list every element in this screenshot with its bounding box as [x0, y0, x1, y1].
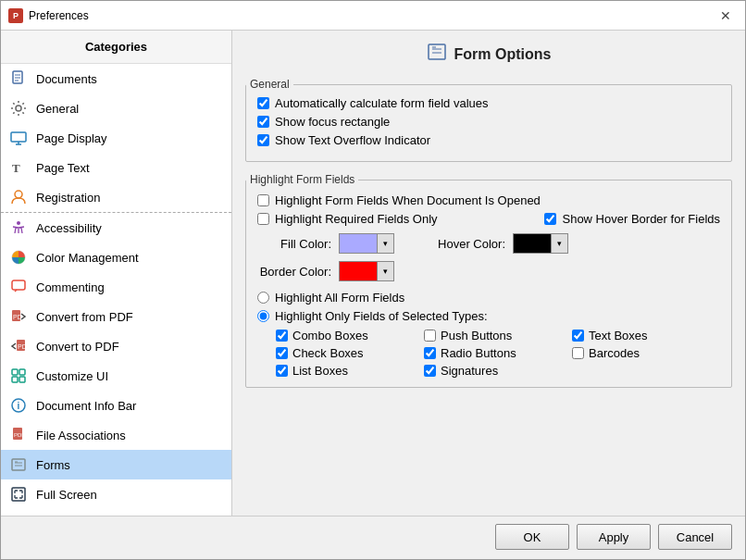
auto-calc-label[interactable]: Automatically calculate form field value…: [275, 96, 489, 110]
sidebar-label-accessibility: Accessibility: [36, 221, 102, 235]
svg-point-10: [17, 221, 20, 225]
title-bar: P Preferences ✕: [1, 1, 745, 31]
push-buttons-item: Push Buttons: [424, 329, 572, 342]
border-color-button[interactable]: ▾: [339, 261, 394, 281]
svg-rect-5: [11, 132, 26, 142]
sidebar-item-page-display[interactable]: Page Display: [1, 123, 231, 153]
sidebar-item-full-screen[interactable]: Full Screen: [1, 479, 231, 509]
radio-buttons-label[interactable]: Radio Buttons: [441, 346, 516, 360]
svg-rect-33: [429, 44, 445, 59]
sidebar-item-convert-to-pdf[interactable]: PDF Convert to PDF: [1, 331, 231, 361]
hover-border-row: Show Hover Border for Fields: [544, 212, 720, 226]
title-bar-text: Preferences: [29, 9, 714, 22]
required-only-label[interactable]: Highlight Required Fields Only: [275, 212, 438, 226]
sidebar-item-identity[interactable]: Identity: [1, 509, 231, 516]
sidebar-item-document-info-bar[interactable]: i Document Info Bar: [1, 391, 231, 420]
highlight-all-label[interactable]: Highlight All Form Fields: [275, 291, 404, 305]
sidebar-label-documents: Documents: [36, 72, 97, 86]
push-buttons-label[interactable]: Push Buttons: [441, 329, 512, 342]
panel-header: Form Options: [245, 42, 732, 67]
sidebar-label-convert-to: Convert to PDF: [36, 340, 119, 354]
barcodes-checkbox[interactable]: [572, 347, 584, 359]
list-boxes-label[interactable]: List Boxes: [292, 364, 348, 378]
sidebar-label-file-associations: File Associations: [36, 429, 126, 442]
hover-border-label[interactable]: Show Hover Border for Fields: [562, 212, 720, 226]
identity-icon: [8, 514, 29, 516]
check-boxes-checkbox[interactable]: [276, 347, 288, 359]
required-only-row: Highlight Required Fields Only: [257, 212, 438, 226]
customize-icon: [8, 366, 29, 386]
display-icon: [8, 128, 29, 148]
sidebar-item-registration[interactable]: Registration: [1, 182, 231, 213]
sidebar-item-documents[interactable]: Documents: [1, 64, 231, 93]
sidebar-label-document-info-bar: Document Info Bar: [36, 399, 136, 413]
svg-point-4: [16, 106, 21, 111]
border-color-label: Border Color:: [257, 265, 331, 279]
border-color-arrow[interactable]: ▾: [377, 262, 393, 280]
sidebar-item-convert-from-pdf[interactable]: PDF Convert from PDF: [1, 302, 231, 331]
focus-rect-checkbox[interactable]: [257, 116, 269, 128]
sidebar-item-color-management[interactable]: Color Management: [1, 243, 231, 272]
forms-icon: [8, 454, 29, 475]
sidebar-item-page-text[interactable]: T Page Text: [1, 153, 231, 182]
sidebar-label-page-text: Page Text: [36, 161, 90, 175]
main-content: Categories Documents General: [1, 31, 745, 516]
fill-color-group: Fill Color: ▾: [257, 233, 394, 254]
combo-boxes-label[interactable]: Combo Boxes: [292, 329, 368, 342]
apply-button[interactable]: Apply: [577, 524, 651, 550]
text-overflow-checkbox[interactable]: [257, 134, 269, 146]
file-icon: PDF: [8, 425, 29, 445]
sidebar-label-full-screen: Full Screen: [36, 488, 97, 502]
convert-to-icon: PDF: [8, 336, 29, 356]
close-button[interactable]: ✕: [714, 6, 738, 26]
text-overflow-label[interactable]: Show Text Overflow Indicator: [275, 133, 430, 147]
check-boxes-label[interactable]: Check Boxes: [292, 346, 364, 360]
list-boxes-checkbox[interactable]: [276, 365, 288, 377]
combo-boxes-item: Combo Boxes: [276, 329, 424, 342]
sidebar-item-forms[interactable]: Forms: [1, 450, 231, 479]
signatures-checkbox[interactable]: [424, 365, 436, 377]
text-overflow-row: Show Text Overflow Indicator: [257, 133, 720, 147]
barcodes-label[interactable]: Barcodes: [589, 346, 640, 360]
focus-rect-label[interactable]: Show focus rectangle: [275, 115, 390, 129]
sidebar-item-accessibility[interactable]: Accessibility: [1, 213, 231, 243]
fill-color-button[interactable]: ▾: [339, 233, 394, 254]
sidebar-item-general[interactable]: General: [1, 93, 231, 123]
combo-boxes-checkbox[interactable]: [276, 330, 288, 342]
signatures-label[interactable]: Signatures: [441, 364, 498, 378]
gear-icon: [8, 98, 29, 118]
cancel-button[interactable]: Cancel: [658, 524, 732, 550]
radio-buttons-checkbox[interactable]: [424, 347, 436, 359]
svg-text:PDF: PDF: [14, 432, 25, 438]
sidebar-label-commenting: Commenting: [36, 280, 105, 294]
highlight-selected-label[interactable]: Highlight Only Fields of Selected Types:: [275, 309, 488, 323]
text-boxes-label[interactable]: Text Boxes: [589, 329, 648, 342]
auto-calc-checkbox[interactable]: [257, 97, 269, 109]
text-boxes-checkbox[interactable]: [572, 330, 584, 342]
required-only-checkbox[interactable]: [257, 213, 269, 225]
sidebar-label-general: General: [36, 102, 79, 116]
highlight-selected-radio[interactable]: [257, 310, 269, 322]
highlight-when-opened-label[interactable]: Highlight Form Fields When Document Is O…: [275, 193, 541, 207]
svg-rect-25: [12, 459, 25, 470]
sidebar-label-customize-ui: Customize UI: [36, 369, 108, 383]
sidebar-item-customize-ui[interactable]: Customize UI: [1, 361, 231, 391]
fill-color-arrow[interactable]: ▾: [377, 234, 393, 253]
radio-buttons-item: Radio Buttons: [424, 346, 572, 360]
panel-title: Form Options: [454, 46, 552, 63]
highlight-when-opened-checkbox[interactable]: [257, 194, 269, 206]
bottom-bar: OK Apply Cancel: [1, 516, 745, 559]
sidebar-item-commenting[interactable]: Commenting: [1, 272, 231, 302]
hover-color-button[interactable]: ▾: [513, 233, 568, 254]
hover-color-arrow[interactable]: ▾: [551, 234, 567, 253]
hover-border-checkbox[interactable]: [544, 213, 556, 225]
ok-button[interactable]: OK: [495, 524, 569, 550]
highlight-all-radio[interactable]: [257, 292, 269, 304]
check-boxes-item: Check Boxes: [276, 346, 424, 360]
highlight-legend: Highlight Form Fields: [246, 173, 358, 186]
sidebar-item-file-associations[interactable]: PDF File Associations: [1, 420, 231, 450]
push-buttons-checkbox[interactable]: [424, 330, 436, 342]
svg-rect-20: [19, 377, 25, 382]
sidebar-list: Documents General Page Display: [1, 64, 231, 516]
panel-header-icon: [427, 42, 447, 67]
